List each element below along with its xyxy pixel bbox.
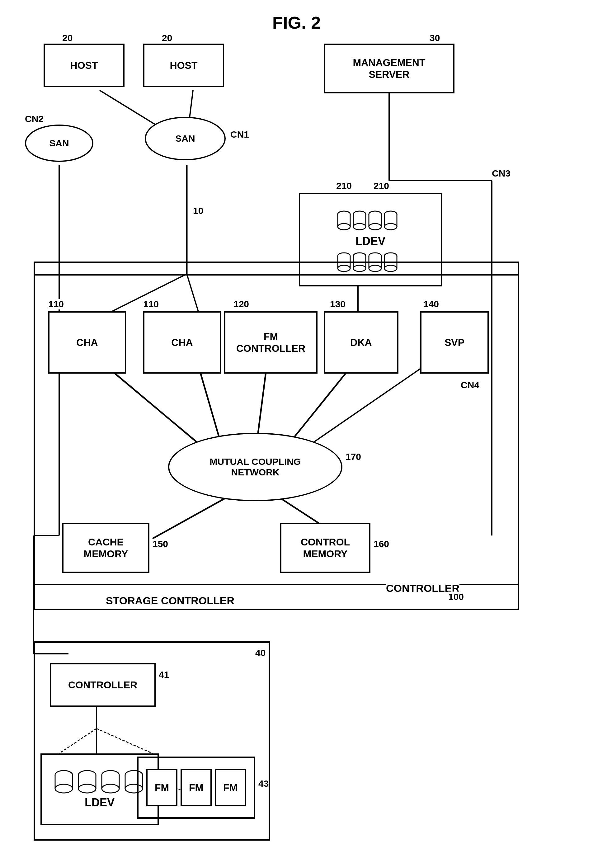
cylinders-row	[336, 210, 405, 231]
san-cn1-label: SAN	[175, 133, 195, 144]
host1-label: HOST	[70, 59, 98, 71]
outer-controller-box: CONTROLLER	[50, 663, 156, 707]
outer-controller-label: CONTROLLER	[68, 679, 137, 691]
svg-line-84	[59, 729, 96, 753]
ref-210b: 210	[373, 180, 389, 191]
cn2-label: CN2	[25, 114, 44, 124]
san-cn1-oval: SAN	[145, 117, 226, 160]
host2-label: HOST	[170, 59, 198, 71]
svg-point-32	[353, 224, 366, 230]
host2-ref: 20	[162, 33, 172, 43]
fm2-label: FM	[189, 782, 203, 794]
outer-controller-ref: 41	[159, 669, 169, 680]
fm-outer-box: FM FM FM	[137, 757, 255, 819]
cylinder-icons	[336, 210, 405, 231]
cn1-label: CN1	[230, 129, 249, 140]
ldev-label: LDEV	[356, 235, 385, 248]
host2-box: HOST	[143, 44, 224, 87]
svg-point-72	[78, 784, 96, 793]
host1-box: HOST	[44, 44, 124, 87]
outer-storage-box	[34, 261, 519, 610]
fm1-label: FM	[155, 782, 169, 794]
svg-point-42	[384, 224, 397, 230]
san-cn2-oval: SAN	[25, 124, 93, 162]
fm3-label: FM	[223, 782, 237, 794]
svg-point-27	[338, 224, 350, 230]
ref-210a: 210	[336, 180, 352, 191]
host1-ref: 20	[62, 33, 72, 43]
diagram-container: FIG. 2	[0, 0, 593, 868]
fm2-box: FM	[180, 769, 212, 806]
fm1-box: FM	[146, 769, 177, 806]
svg-line-85	[96, 729, 152, 753]
outer-ldev-cylinders	[53, 769, 146, 794]
ref-10: 10	[193, 205, 203, 216]
svg-point-37	[369, 224, 381, 230]
mgmt-server-ref: 30	[429, 33, 440, 43]
outer-ldev-label: LDEV	[85, 796, 115, 809]
fm3-box: FM	[215, 769, 246, 806]
mgmt-server-label: MANAGEMENTSERVER	[353, 57, 426, 81]
outer-box-ref: 40	[255, 648, 266, 658]
outer-connection-lines	[31, 704, 249, 766]
san-cn2-label: SAN	[49, 138, 69, 149]
mgmt-server-box: MANAGEMENTSERVER	[324, 44, 454, 93]
figure-title: FIG. 2	[272, 12, 321, 33]
svg-point-77	[102, 784, 119, 793]
cn3-label: CN3	[492, 168, 510, 179]
svg-point-67	[55, 784, 72, 793]
fm-outer-ref: 43	[258, 778, 268, 789]
